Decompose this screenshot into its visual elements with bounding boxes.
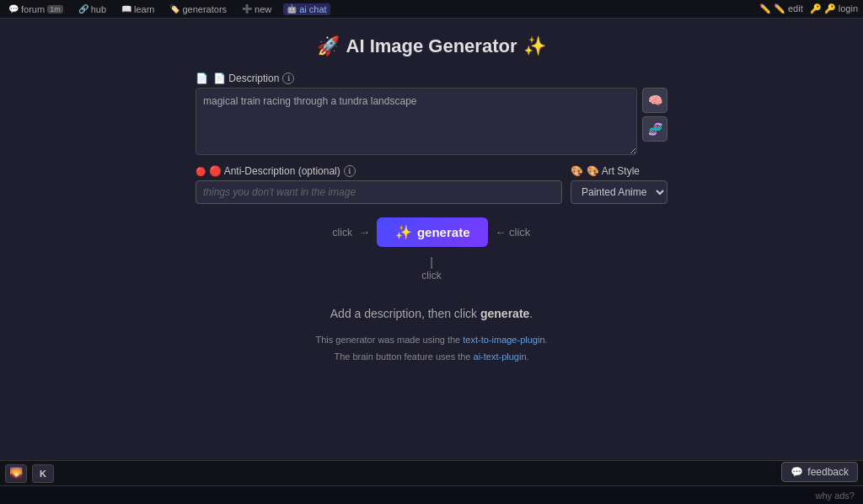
nav-item-hub[interactable]: 🔗 hub [75,3,110,15]
image-icon-button[interactable]: 🌄 [5,464,27,483]
login-label: 🔑 login [824,3,858,14]
nav-label-new: new [255,4,271,14]
description-side-buttons: 🧠 🧬 [642,88,667,155]
page-title: 🚀 AI Image Generator ✨ [317,35,547,57]
image-icon: 🌄 [9,467,23,480]
edit-link[interactable]: ✏️ ✏️ edit [759,3,803,14]
art-style-select[interactable]: Painted Anime Realistic Cartoon Oil Pain… [571,180,667,204]
generate-btn-label: generate [417,225,470,239]
nav-label-generators: generators [182,4,227,14]
plugin-line1-suffix: . [545,335,548,345]
description-row: magical train racing through a tundra la… [196,88,667,155]
empty-state-text-suffix: . [529,307,533,320]
forum-icon: 💬 [8,4,19,13]
empty-state-text-prefix: Add a description, then click [330,307,480,320]
learn-icon: 📖 [121,4,131,13]
generate-row: click → ✨ generate ← click | click [196,217,667,281]
description-field-group: 📄 📄 Description ℹ magical train racing t… [196,72,667,155]
title-text: AI Image Generator [346,35,517,57]
nav-label-forum: forum [21,4,45,14]
brain-button[interactable]: 🧠 [642,88,667,113]
nav-item-forum[interactable]: 💬 forum 1m [5,3,67,15]
hub-icon: 🔗 [78,4,88,13]
empty-state-bold: generate [480,307,529,320]
form-area: 📄 📄 Description ℹ magical train racing t… [196,72,667,281]
k-icon: K [40,469,46,479]
generate-star-icon: ✨ [395,224,412,240]
anti-desc-red-icon: 🔴 [196,167,206,176]
login-icon: 🔑 [810,3,822,14]
top-navigation: 💬 forum 1m 🔗 hub 📖 learn 🏷️ generators ➕… [0,0,863,19]
title-rocket-icon: 🚀 [317,35,340,57]
nav-label-hub: hub [91,4,106,14]
generate-inline: click → ✨ generate ← click [333,217,531,247]
art-style-palette-icon: 🎨 [571,165,583,177]
feedback-button[interactable]: 💬 feedback [781,462,858,482]
why-ads-link[interactable]: why ads? [816,491,855,501]
text-to-image-plugin-link[interactable]: text-to-image-plugin [463,335,544,345]
anti-description-group: 🔴 🔴 Anti-Description (optional) ℹ [196,165,562,204]
new-icon: ➕ [242,4,252,13]
main-content: 🚀 AI Image Generator ✨ 📄 📄 Description ℹ… [0,19,863,460]
ai-text-plugin-link[interactable]: ai-text-plugin [474,351,527,362]
dna-button[interactable]: 🧬 [642,116,667,142]
art-style-label-text: 🎨 Art Style [587,165,640,177]
anti-desc-label: 🔴 🔴 Anti-Description (optional) ℹ [196,165,562,177]
nav-item-learn[interactable]: 📖 learn [118,3,158,15]
description-input[interactable]: magical train racing through a tundra la… [196,88,637,155]
arrow-before-icon: → [359,226,370,239]
empty-state: Add a description, then click generate. [330,307,533,320]
description-label: 📄 📄 Description ℹ [196,72,667,84]
nav-right-actions: ✏️ ✏️ edit 🔑 🔑 login [759,3,858,14]
anti-description-input[interactable] [196,180,562,204]
nav-item-ai-chat[interactable]: 🤖 ai chat [283,3,330,15]
edit-label: ✏️ edit [774,3,803,14]
art-style-group: 🎨 🎨 Art Style Painted Anime Realistic Ca… [571,165,667,204]
k-icon-button[interactable]: K [32,464,54,483]
feedback-icon: 💬 [791,466,803,478]
nav-item-new[interactable]: ➕ new [239,3,275,15]
nav-label-learn: learn [134,4,154,14]
generate-button[interactable]: ✨ generate [377,217,489,247]
art-style-label: 🎨 🎨 Art Style [571,165,667,177]
title-sparkle-icon: ✨ [523,35,546,57]
status-bar: 🌄 K [0,460,863,485]
anti-desc-info-icon[interactable]: ℹ [344,165,356,177]
feedback-label: feedback [807,466,849,478]
login-link[interactable]: 🔑 🔑 login [810,3,858,14]
plugin-info-line2: The brain button feature uses the ai-tex… [315,349,547,366]
plugin-line2-suffix: . [527,351,529,362]
nav-label-ai-chat: ai chat [299,4,326,14]
anti-desc-label-text: 🔴 Anti-Description (optional) [209,165,340,177]
description-info-icon[interactable]: ℹ [282,72,294,84]
forum-badge: 1m [47,5,63,13]
plugin-info-line1: This generator was made using the text-t… [315,332,547,349]
arrow-after-icon: ← click [495,226,530,239]
plugin-line2-prefix: The brain button feature uses the [334,351,473,362]
ai-chat-icon: 🤖 [287,4,297,13]
nav-item-generators[interactable]: 🏷️ generators [166,3,230,15]
ads-bar: why ads? [0,485,863,504]
click-before-label: click [333,227,352,239]
description-label-text: 📄 Description [213,72,279,84]
click-below-indicator: | click [421,255,441,281]
vertical-bar-icon: | [430,255,433,270]
generators-icon: 🏷️ [169,4,180,13]
plugin-line1-prefix: This generator was made using the [315,335,463,345]
plugin-info: This generator was made using the text-t… [315,332,547,366]
click-below-label: click [421,270,441,281]
description-doc-icon: 📄 [196,72,208,84]
edit-icon: ✏️ [759,3,771,14]
options-row: 🔴 🔴 Anti-Description (optional) ℹ 🎨 🎨 Ar… [196,165,667,204]
